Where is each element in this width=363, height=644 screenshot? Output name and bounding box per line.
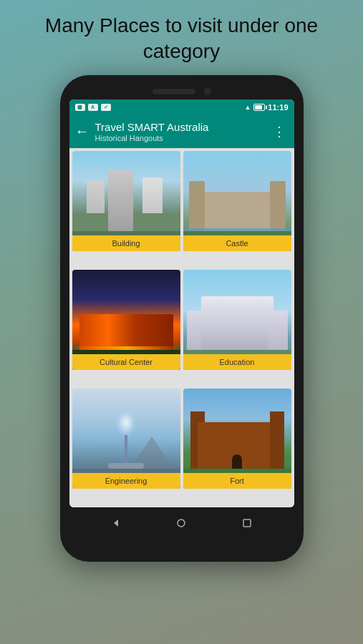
category-cultural-center[interactable]: Cultural Center — [72, 270, 180, 370]
speaker — [153, 89, 195, 94]
edu-building — [201, 296, 274, 350]
status-bar: ▩ A ✓ ▲ 11:19 — [69, 99, 294, 115]
notification-icon3: ✓ — [101, 104, 111, 111]
cultural-center-label: Cultural Center — [72, 354, 180, 370]
app-bar-titles: Travel SMART Australia Historical Hangou… — [95, 121, 270, 142]
castle-label: Castle — [183, 235, 291, 251]
phone-screen: ▩ A ✓ ▲ 11:19 ← Travel SMART Australia H… — [69, 99, 294, 507]
app-bar: ← Travel SMART Australia Historical Hang… — [69, 115, 294, 148]
building-ground — [72, 213, 180, 231]
nav-back-button[interactable] — [105, 512, 127, 534]
phone-mockup: ▩ A ✓ ▲ 11:19 ← Travel SMART Australia H… — [60, 75, 304, 562]
category-education[interactable]: Education — [183, 270, 291, 370]
fountain-spray — [115, 409, 137, 437]
castle-wall — [194, 192, 281, 231]
notification-icon2: A — [88, 104, 98, 111]
category-fort[interactable]: Fort — [183, 389, 291, 489]
category-castle[interactable]: Castle — [183, 151, 291, 251]
category-building[interactable]: Building — [72, 151, 180, 251]
status-time: 11:19 — [268, 103, 288, 112]
fort-tower-right — [270, 411, 284, 469]
back-button[interactable]: ← — [75, 123, 89, 140]
nav-home-button[interactable] — [170, 512, 192, 534]
battery-icon — [253, 104, 265, 111]
fort-label: Fort — [183, 473, 291, 489]
svg-rect-2 — [243, 519, 251, 527]
app-title: Travel SMART Australia — [95, 121, 270, 134]
status-left-icons: ▩ A ✓ — [75, 104, 111, 111]
svg-marker-0 — [114, 519, 118, 527]
battery-fill — [255, 105, 262, 109]
nav-recent-button[interactable] — [236, 512, 258, 534]
category-grid: Building Castle — [69, 148, 294, 507]
fountain-stem — [125, 435, 127, 464]
notification-icon1: ▩ — [75, 104, 85, 111]
category-engineering[interactable]: Engineering — [72, 389, 180, 489]
castle-tower-right — [270, 181, 286, 231]
edu-wing-right — [268, 311, 288, 350]
wifi-icon: ▲ — [244, 104, 251, 111]
more-button[interactable]: ⋮ — [270, 121, 289, 142]
page-header: Many Places to visit under one category — [0, 0, 363, 75]
camera — [204, 88, 211, 95]
building-label: Building — [72, 235, 180, 251]
app-subtitle: Historical Hangouts — [95, 134, 270, 142]
phone-bottom-nav — [69, 510, 294, 536]
phone-top-bar — [67, 85, 296, 99]
cultural-building — [79, 314, 173, 350]
fort-door — [232, 454, 242, 469]
status-right-icons: ▲ 11:19 — [244, 103, 288, 112]
education-label: Education — [183, 354, 291, 370]
fountain-base — [108, 463, 144, 469]
castle-tower-left — [189, 181, 205, 231]
svg-point-1 — [178, 519, 185, 527]
engineering-label: Engineering — [72, 473, 180, 489]
